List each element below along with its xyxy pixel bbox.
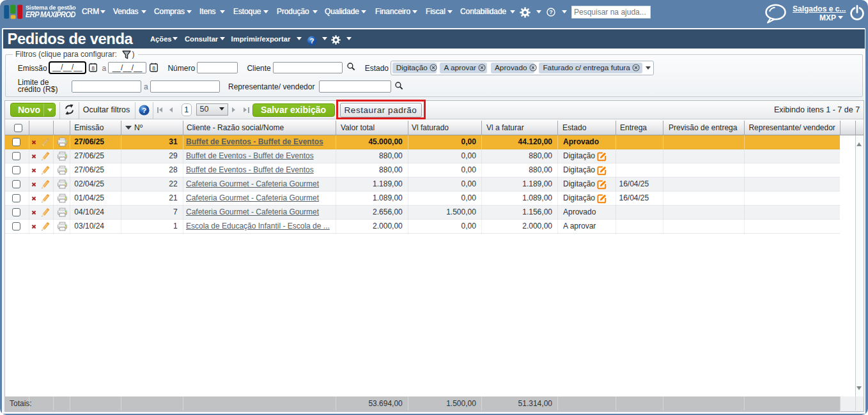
svg-text:8: 8: [91, 65, 95, 72]
svg-text:?: ?: [142, 105, 146, 114]
svg-text:8: 8: [152, 65, 155, 72]
svg-text:?: ?: [310, 37, 314, 45]
svg-text:?: ?: [549, 9, 553, 15]
